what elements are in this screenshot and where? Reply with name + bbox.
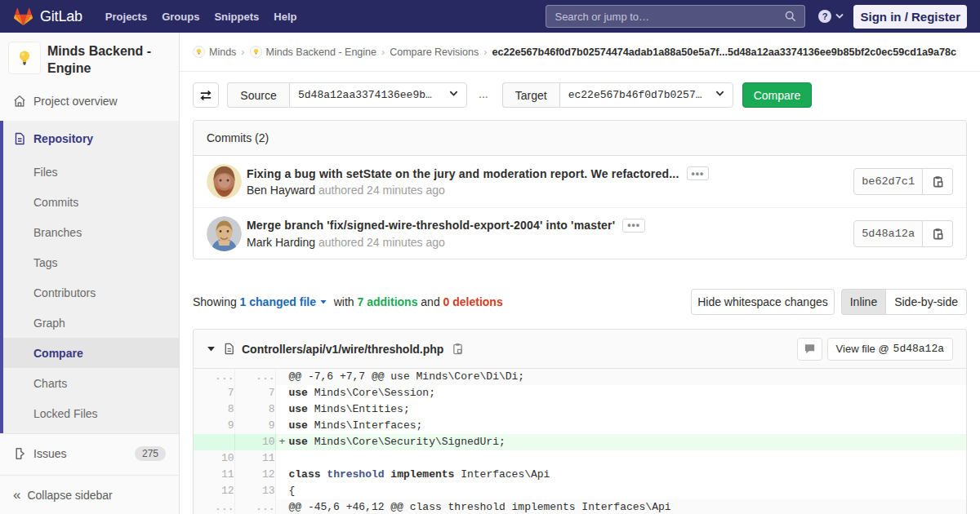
svg-text:?: ? <box>822 11 828 21</box>
